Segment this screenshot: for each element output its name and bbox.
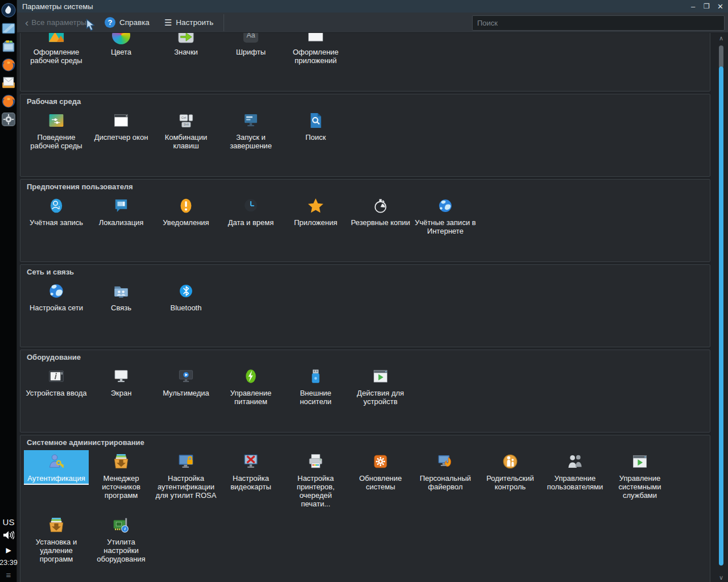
grid-item-input-devices[interactable]: Устройства ввода <box>24 365 89 429</box>
section-network: Сеть и связьНастройка сетиСвязьBluetooth <box>20 264 710 347</box>
section-appearance: Оформление рабочей средыЦветаЗначкиAaШри… <box>20 33 710 92</box>
clock[interactable]: 23:39 <box>0 559 18 567</box>
firefox-browser-icon[interactable] <box>1 57 16 72</box>
multimedia-icon <box>177 367 195 385</box>
scrollbar-track-segment[interactable] <box>719 45 723 68</box>
scrollbar-thumb[interactable] <box>719 66 723 566</box>
grid-item-user-manager[interactable]: Управление пользователями <box>543 450 607 514</box>
grid-item-removable-media[interactable]: Внешние носители <box>283 365 348 429</box>
system-tools-icon[interactable] <box>1 112 16 127</box>
firefox-browser-2-icon[interactable] <box>1 94 16 109</box>
grid-item-install-remove[interactable]: Установка и удаление программ <box>24 514 89 577</box>
close-icon[interactable]: ✕ <box>716 3 725 10</box>
search-input[interactable] <box>472 15 725 31</box>
grid-item-account[interactable]: Учётная запись <box>24 194 89 258</box>
grid-item-system-services[interactable]: Управление системными службами <box>607 450 672 514</box>
keyboard-layout-indicator[interactable]: US <box>3 517 15 527</box>
vertical-scrollbar[interactable]: ∧ ∨ <box>716 33 726 582</box>
grid-item-fonts[interactable]: AaШрифты <box>218 33 283 88</box>
grid-item-workspace-behaviour[interactable]: Поведение рабочей среды <box>24 109 89 173</box>
grid-item-notifications[interactable]: Уведомления <box>154 194 218 258</box>
display-icon <box>112 367 130 385</box>
grid-item-parental-control[interactable]: Родительский контроль <box>478 450 543 514</box>
grid-item-multimedia[interactable]: Мультимедиа <box>154 365 218 429</box>
mail-client-icon[interactable] <box>1 76 16 90</box>
software-box-icon[interactable] <box>1 39 16 54</box>
volume-icon[interactable] <box>3 531 14 542</box>
grid-item-communication-folder[interactable]: Связь <box>89 280 154 343</box>
all-settings-button[interactable]: ‹ Все параметры <box>19 13 92 32</box>
grid-item-datetime[interactable]: Дата и время <box>218 194 283 258</box>
grid-item-software-sources[interactable]: Менеджер источников программ <box>89 450 154 514</box>
section-items: АутентификацияМенеджер источников програ… <box>24 450 710 577</box>
grid-item-label: Настройка сети <box>24 304 88 312</box>
minimize-icon[interactable]: – <box>689 3 697 10</box>
section-items: Учётная записьЛокализацияУведомленияДата… <box>24 194 710 258</box>
grid-item-online-accounts[interactable]: Учётные записи в Интернете <box>413 194 478 258</box>
localization-icon <box>112 197 130 215</box>
grid-item-auth-user-key[interactable]: Аутентификация <box>24 450 89 514</box>
grid-item-search-file[interactable]: Поиск <box>283 109 348 173</box>
grid-item-startup-shutdown[interactable]: Запуск и завершение <box>218 109 283 173</box>
grid-item-app-style[interactable]: Оформление приложений <box>283 33 348 88</box>
printers-icon <box>307 452 325 471</box>
search-file-icon <box>307 111 325 130</box>
grid-item-device-actions[interactable]: Действия для устройств <box>348 365 413 429</box>
icons-theme-icon <box>177 33 195 44</box>
help-button[interactable]: ? Справка <box>99 13 155 32</box>
scroll-down-icon[interactable]: ∨ <box>716 575 726 581</box>
grid-item-hardware-utility[interactable]: iУтилита настройки оборудования <box>89 514 154 577</box>
grid-item-window-manager[interactable]: Диспетчер окон <box>89 109 154 173</box>
grid-item-shortcuts[interactable]: CtrlShiftКомбинации клавиш <box>154 109 218 173</box>
maximize-icon[interactable]: ❐ <box>702 3 711 10</box>
grid-item-colors[interactable]: Цвета <box>89 33 154 88</box>
titlebar[interactable]: Параметры системы – ❐ ✕ <box>17 0 728 13</box>
grid-item-power[interactable]: Управление питанием <box>218 365 283 429</box>
grid-item-label: Учётная запись <box>24 218 88 227</box>
grid-item-backup[interactable]: Резервные копии <box>348 194 413 258</box>
grid-item-network-globe[interactable]: Настройка сети <box>24 280 89 343</box>
grid-item-video-card[interactable]: Настройка видеокарты <box>218 450 283 514</box>
show-desktop-icon[interactable] <box>1 21 16 36</box>
grid-item-applications-star[interactable]: Приложения <box>283 194 348 258</box>
configure-button[interactable]: ☰ Настроить <box>159 13 219 32</box>
grid-item-printers[interactable]: Настройка принтеров, очередей печати... <box>283 450 348 514</box>
back-icon: ‹ <box>25 17 28 28</box>
toolbar: ‹ Все параметры ? Справка ☰ Настроить <box>17 13 728 33</box>
rosa-menu-icon[interactable] <box>1 3 16 18</box>
window-title: Параметры системы <box>22 2 93 11</box>
grid-item-label: Bluetooth <box>154 304 218 312</box>
section-header-sysadmin: Системное администрирование <box>24 438 710 448</box>
online-accounts-icon <box>436 197 454 215</box>
grid-item-firewall[interactable]: Персональный файервол <box>413 450 478 514</box>
toolbar-separator <box>224 14 224 31</box>
grid-item-bluetooth[interactable]: Bluetooth <box>154 280 218 343</box>
startup-shutdown-icon <box>242 111 260 130</box>
grid-item-label: Шрифты <box>219 48 283 56</box>
system-update-icon <box>371 452 390 471</box>
panel-menu-icon[interactable]: ≡ <box>6 570 11 580</box>
grid-item-label: Персональный файервол <box>413 474 477 491</box>
grid-item-label: Экран <box>89 389 153 397</box>
firewall-icon <box>436 452 454 471</box>
datetime-icon <box>242 197 260 215</box>
grid-item-icons-theme[interactable]: Значки <box>154 33 218 88</box>
grid-item-label: Утилита настройки оборудования <box>89 538 153 563</box>
grid-item-rosa-auth[interactable]: Настройка аутентификации для утилит ROSA <box>154 450 218 514</box>
section-items: Устройства вводаЭкранМультимедиаУправлен… <box>24 365 710 429</box>
grid-item-desktop-theme[interactable]: Оформление рабочей среды <box>24 33 89 88</box>
hardware-utility-icon: i <box>112 516 130 534</box>
communication-folder-icon <box>112 282 130 300</box>
device-actions-icon <box>371 367 390 385</box>
scroll-up-icon[interactable]: ∧ <box>716 35 726 41</box>
section-sysadmin: Системное администрированиеАутентификаци… <box>20 435 710 582</box>
panel-expander-icon[interactable]: ▶ <box>6 546 11 554</box>
grid-item-localization[interactable]: Локализация <box>89 194 154 258</box>
svg-text:Aa: Aa <box>246 33 255 39</box>
workspace-behaviour-icon <box>47 111 65 130</box>
video-card-icon <box>242 452 260 471</box>
desktop-theme-icon <box>47 33 65 44</box>
fonts-icon: Aa <box>242 33 260 44</box>
grid-item-display[interactable]: Экран <box>89 365 154 429</box>
grid-item-system-update[interactable]: Обновление системы <box>348 450 413 514</box>
